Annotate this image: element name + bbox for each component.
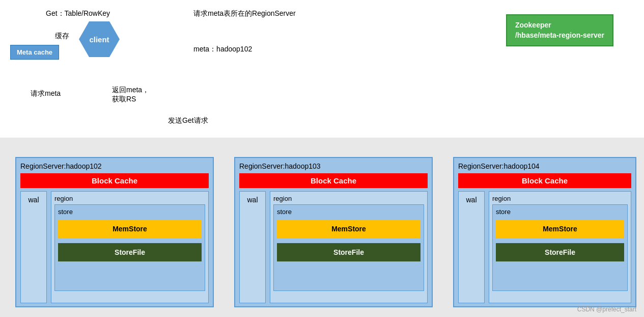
rs3-wal: wal	[458, 191, 485, 303]
rs1-inner: wal region store MemStore StoreFile	[20, 191, 209, 303]
get-label: Get：Table/RowKey	[46, 9, 110, 18]
region-server-2: RegionServer:hadoop103 Block Cache wal r…	[234, 157, 433, 307]
rs3-storefile: StoreFile	[496, 243, 624, 261]
rs2-memstore: MemStore	[277, 220, 421, 238]
return-meta-label: 返回meta， 获取RS	[112, 86, 149, 104]
rs1-region-label: region	[54, 195, 205, 202]
send-get-label: 发送Get请求	[168, 116, 208, 125]
rs1-memstore: MemStore	[58, 220, 202, 238]
rs3-title: RegionServer:hadoop104	[458, 162, 631, 170]
client-hex: client	[79, 21, 120, 57]
rs3-block-cache: Block Cache	[458, 173, 631, 188]
rs2-store-label: store	[277, 208, 421, 216]
rs1-store-box: store MemStore StoreFile	[54, 204, 205, 291]
request-meta-server-label: 请求meta表所在的RegionServer	[193, 9, 296, 18]
region-server-3: RegionServer:hadoop104 Block Cache wal r…	[453, 157, 636, 307]
rs3-memstore: MemStore	[496, 220, 624, 238]
rs1-block-cache: Block Cache	[20, 173, 209, 188]
rs1-region-box: region store MemStore StoreFile	[51, 191, 209, 303]
rs1-wal: wal	[20, 191, 47, 303]
rs3-store-box: store MemStore StoreFile	[492, 204, 628, 291]
request-meta-label: 请求meta	[31, 89, 61, 98]
rs3-region-label: region	[492, 195, 628, 202]
client-container: client	[79, 21, 120, 57]
watermark: CSDN @prefect_start	[577, 306, 636, 313]
rs2-region-box: region store MemStore StoreFile	[270, 191, 428, 303]
zookeeper-box: Zookeeper/hbase/meta-region-server	[506, 14, 613, 46]
rs1-title: RegionServer:hadoop102	[20, 162, 209, 170]
rs2-inner: wal region store MemStore StoreFile	[239, 191, 428, 303]
rs2-storefile: StoreFile	[277, 243, 421, 261]
rs2-wal: wal	[239, 191, 266, 303]
rs2-store-box: store MemStore StoreFile	[273, 204, 424, 291]
rs2-region-label: region	[273, 195, 424, 202]
rs2-block-cache: Block Cache	[239, 173, 428, 188]
rs2-title: RegionServer:hadoop103	[239, 162, 428, 170]
cache-label: 缓存	[55, 32, 69, 41]
meta-cache-box: Meta cache	[10, 45, 59, 60]
rs1-store-label: store	[58, 208, 202, 216]
rs3-region-box: region store MemStore StoreFile	[489, 191, 631, 303]
region-server-1: RegionServer:hadoop102 Block Cache wal r…	[15, 157, 214, 307]
rs1-storefile: StoreFile	[58, 243, 202, 261]
meta-hadoop-label: meta：hadoop102	[193, 45, 252, 54]
rs3-store-label: store	[496, 208, 624, 216]
rs3-inner: wal region store MemStore StoreFile	[458, 191, 631, 303]
